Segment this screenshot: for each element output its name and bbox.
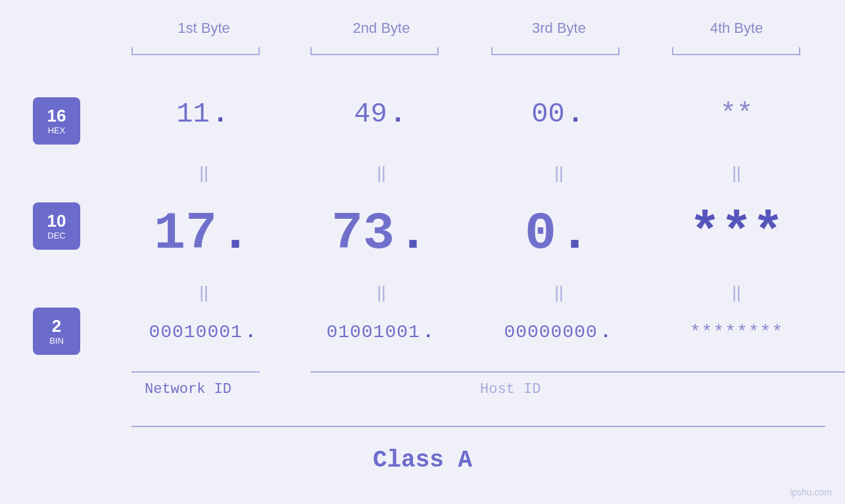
eq-sign-4: || — [651, 163, 822, 183]
bin-dot-2: . — [423, 322, 434, 342]
bin-badge-label: BIN — [49, 336, 64, 346]
bin-value-row: 00010001 . 01001001 . 00000000 . *******… — [115, 322, 825, 342]
bin-cell-2: 01001001 . — [296, 322, 467, 342]
class-label: Class A — [373, 447, 472, 474]
dec-cell-3: 0 . — [473, 204, 644, 263]
eq-sign-6: || — [296, 283, 467, 303]
dec-val-b2: 73 — [331, 204, 395, 263]
dec-badge-label: DEC — [47, 231, 65, 241]
eq-sign-8: || — [651, 283, 822, 303]
main-container: 16 HEX 10 DEC 2 BIN 1st Byte 2nd Byte 3r… — [0, 0, 845, 504]
byte1-header: 1st Byte — [118, 20, 289, 37]
dec-dot-2: . — [397, 204, 429, 263]
dec-val-b1: 17 — [154, 204, 217, 263]
bracket-byte1 — [132, 54, 260, 55]
dec-val-b4: *** — [689, 204, 784, 263]
bin-badge: 2 BIN — [33, 308, 80, 355]
bracket-byte2 — [310, 54, 439, 55]
hex-badge-label: HEX — [48, 126, 66, 135]
hex-cell-4: ** — [651, 99, 822, 130]
bottom-bracket-network — [132, 371, 260, 373]
bin-dot-3: . — [600, 322, 612, 342]
dec-cell-2: 73 . — [296, 204, 467, 263]
dec-badge-number: 10 — [47, 212, 66, 231]
hex-cell-3: 00 . — [473, 99, 644, 130]
watermark: ipshu.com — [790, 487, 832, 497]
byte3-header: 3rd Byte — [473, 20, 644, 37]
hex-val-b3: 00 — [531, 99, 564, 130]
class-bracket — [132, 426, 825, 427]
dec-value-row: 17 . 73 . 0 . *** — [115, 204, 825, 263]
bottom-bracket-host — [310, 371, 845, 373]
eq-row-2: || || || || — [115, 283, 825, 303]
eq-sign-7: || — [473, 283, 644, 303]
hex-badge-number: 16 — [47, 106, 66, 126]
hex-cell-1: 11 . — [118, 99, 289, 130]
dec-dot-3: . — [559, 204, 591, 263]
dec-cell-4: *** — [651, 204, 822, 263]
bracket-byte3 — [491, 54, 619, 55]
eq-sign-2: || — [296, 163, 467, 183]
bin-badge-number: 2 — [52, 317, 61, 336]
header-row: 1st Byte 2nd Byte 3rd Byte 4th Byte — [115, 20, 825, 37]
hex-value-row: 11 . 49 . 00 . ** — [115, 99, 825, 130]
bin-dot-1: . — [245, 322, 256, 342]
bin-cell-3: 00000000 . — [473, 322, 644, 342]
dec-cell-1: 17 . — [118, 204, 289, 263]
eq-sign-3: || — [473, 163, 644, 183]
bin-cell-1: 00010001 . — [118, 322, 289, 342]
hex-badge: 16 HEX — [33, 97, 80, 145]
hex-val-b4: ** — [720, 99, 753, 130]
dec-val-b3: 0 — [525, 204, 556, 263]
dec-badge: 10 DEC — [33, 202, 80, 250]
hex-dot-3: . — [567, 99, 584, 130]
host-id-label: Host ID — [480, 381, 541, 398]
byte2-header: 2nd Byte — [296, 20, 467, 37]
bin-val-b1: 00010001 — [149, 322, 242, 342]
hex-val-b1: 11 — [176, 99, 209, 130]
hex-val-b2: 49 — [354, 99, 387, 130]
eq-sign-1: || — [118, 163, 289, 183]
bin-cell-4: ******** — [651, 322, 822, 342]
hex-cell-2: 49 . — [296, 99, 467, 130]
hex-dot-1: . — [212, 99, 229, 130]
byte4-header: 4th Byte — [651, 20, 822, 37]
bin-val-b3: 00000000 — [504, 322, 597, 342]
dec-dot-1: . — [220, 204, 251, 263]
eq-sign-5: || — [118, 283, 289, 303]
bracket-byte4 — [672, 54, 800, 55]
network-id-label: Network ID — [145, 381, 231, 398]
bin-val-b2: 01001001 — [326, 322, 420, 342]
hex-dot-2: . — [390, 99, 406, 130]
bin-val-b4: ******** — [690, 322, 783, 342]
eq-row-1: || || || || — [115, 163, 825, 183]
